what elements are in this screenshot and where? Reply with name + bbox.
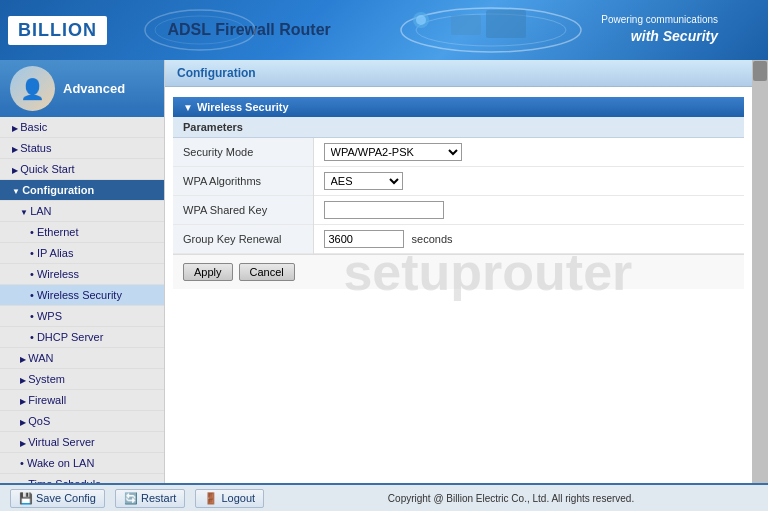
seconds-label: seconds: [412, 233, 453, 245]
header-powering: Powering communications with Security: [601, 13, 718, 47]
sidebar-item-system[interactable]: ▶ System: [0, 369, 164, 390]
header: BILLION ADSL Firewall Router Powering co…: [0, 0, 768, 60]
sidebar-item-wps[interactable]: • WPS: [0, 306, 164, 327]
arrow-icon: ▶: [12, 166, 20, 175]
restart-label: Restart: [141, 492, 176, 504]
form-actions: Apply Cancel: [173, 254, 744, 289]
logout-button[interactable]: 🚪 Logout: [195, 489, 264, 508]
sidebar: 👤 Advanced ▶ Basic ▶ Status ▶ Quick Star…: [0, 60, 165, 483]
sidebar-item-configuration[interactable]: ▼ Configuration: [0, 180, 164, 201]
sidebar-item-ipalias[interactable]: • IP Alias: [0, 243, 164, 264]
sidebar-item-quickstart[interactable]: ▶ Quick Start: [0, 159, 164, 180]
bullet-icon: •: [30, 289, 37, 301]
sidebar-item-lan[interactable]: ▼ LAN: [0, 201, 164, 222]
group-key-renewal-input[interactable]: [324, 230, 404, 248]
wpa-shared-key-label: WPA Shared Key: [173, 196, 313, 225]
arrow-icon: ▶: [20, 418, 28, 427]
breadcrumb: Configuration: [177, 66, 256, 80]
header-decor-left: [140, 0, 260, 60]
security-mode-select[interactable]: WPA/WPA2-PSK None WEP WPA/WPA2-Enterpris…: [324, 143, 462, 161]
apply-button[interactable]: Apply: [183, 263, 233, 281]
params-header: Parameters: [173, 117, 744, 138]
restart-icon: 🔄: [124, 492, 138, 505]
form-container: ▼ Wireless Security Parameters Security …: [165, 87, 752, 297]
main-content: 👤 Advanced ▶ Basic ▶ Status ▶ Quick Star…: [0, 60, 768, 483]
wpa-algorithms-select[interactable]: AES TKIP TKIP+AES: [324, 172, 403, 190]
wpa-algorithms-row: WPA Algorithms AES TKIP TKIP+AES: [173, 167, 744, 196]
save-config-label: Save Config: [36, 492, 96, 504]
scrollbar[interactable]: [752, 60, 768, 483]
security-mode-row: Security Mode WPA/WPA2-PSK None WEP WPA/…: [173, 138, 744, 167]
logout-icon: 🚪: [204, 492, 218, 505]
save-config-icon: 💾: [19, 492, 33, 505]
wpa-shared-key-row: WPA Shared Key: [173, 196, 744, 225]
sidebar-header-label: Advanced: [63, 81, 125, 96]
svg-point-1: [155, 16, 245, 44]
footer-copyright: Copyright @ Billion Electric Co., Ltd. A…: [264, 493, 758, 504]
restart-button[interactable]: 🔄 Restart: [115, 489, 185, 508]
sidebar-item-dhcpserver[interactable]: • DHCP Server: [0, 327, 164, 348]
sidebar-item-qos[interactable]: ▶ QoS: [0, 411, 164, 432]
sidebar-header: 👤 Advanced: [0, 60, 164, 117]
powering-label: Powering communications: [601, 13, 718, 27]
arrow-icon: ▶: [20, 439, 28, 448]
bullet-icon: •: [30, 226, 37, 238]
sidebar-item-basic[interactable]: ▶ Basic: [0, 117, 164, 138]
footer-buttons: 💾 Save Config 🔄 Restart 🚪 Logout: [10, 489, 264, 508]
sidebar-item-firewall[interactable]: ▶ Firewall: [0, 390, 164, 411]
section-title: ▼ Wireless Security: [173, 97, 744, 117]
bullet-icon: •: [30, 310, 37, 322]
content-header: Configuration: [165, 60, 752, 87]
params-table: Parameters Security Mode WPA/WPA2-PSK No…: [173, 117, 744, 254]
sidebar-item-wan[interactable]: ▶ WAN: [0, 348, 164, 369]
sidebar-item-status[interactable]: ▶ Status: [0, 138, 164, 159]
content-area: Configuration ▼ Wireless Security Parame…: [165, 60, 752, 483]
sidebar-item-virtualserver[interactable]: ▶ Virtual Server: [0, 432, 164, 453]
save-config-button[interactable]: 💾 Save Config: [10, 489, 105, 508]
header-decor-right: [391, 0, 591, 60]
logo-text: BILLION: [18, 20, 97, 40]
sidebar-item-wireless[interactable]: • Wireless: [0, 264, 164, 285]
sidebar-item-timeschedule[interactable]: ▶ Time Schedule: [0, 474, 164, 483]
arrow-icon: ▼: [20, 208, 30, 217]
bullet-icon: •: [20, 457, 27, 469]
scrollbar-thumb[interactable]: [753, 61, 767, 81]
logout-label: Logout: [221, 492, 255, 504]
bullet-icon: •: [30, 247, 37, 259]
wpa-shared-key-input[interactable]: [324, 201, 444, 219]
footer: 💾 Save Config 🔄 Restart 🚪 Logout Copyrig…: [0, 483, 768, 511]
group-key-renewal-label: Group Key Renewal: [173, 225, 313, 254]
sidebar-item-wakeonlan[interactable]: • Wake on LAN: [0, 453, 164, 474]
svg-point-5: [416, 15, 426, 25]
sidebar-item-wirelesssecurity[interactable]: • Wireless Security: [0, 285, 164, 306]
arrow-icon: ▶: [12, 124, 20, 133]
svg-rect-6: [451, 15, 481, 35]
group-key-renewal-row: Group Key Renewal seconds: [173, 225, 744, 254]
svg-rect-7: [486, 10, 526, 38]
arrow-icon: ▶: [12, 145, 20, 154]
logo: BILLION: [8, 16, 107, 45]
bullet-icon: •: [30, 268, 37, 280]
cancel-button[interactable]: Cancel: [239, 263, 295, 281]
sidebar-item-ethernet[interactable]: • Ethernet: [0, 222, 164, 243]
arrow-icon: ▼: [12, 187, 22, 196]
page-wrapper: BILLION ADSL Firewall Router Powering co…: [0, 0, 768, 511]
security-label: with Security: [601, 27, 718, 47]
avatar: 👤: [10, 66, 55, 111]
arrow-icon: ▶: [20, 355, 28, 364]
arrow-icon: ▶: [20, 397, 28, 406]
wpa-algorithms-label: WPA Algorithms: [173, 167, 313, 196]
bullet-icon: •: [30, 331, 37, 343]
arrow-icon: ▶: [20, 376, 28, 385]
security-mode-label: Security Mode: [173, 138, 313, 167]
